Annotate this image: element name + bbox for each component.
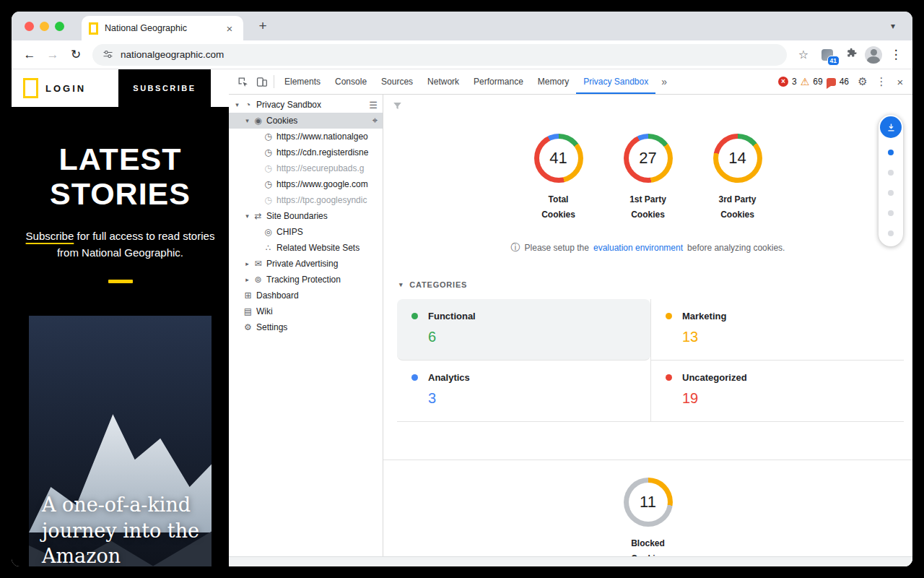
extensions-puzzle-icon[interactable] — [842, 46, 860, 64]
blocked-cookies-donut: 11 BlockedCookies — [624, 478, 673, 556]
devtools-tab-privacy-sandbox[interactable]: Privacy Sandbox — [576, 69, 655, 94]
nav-dot[interactable] — [888, 150, 894, 155]
tree-item-https-www-nationalgeo[interactable]: ◷https://www.nationalgeo — [229, 129, 383, 144]
chevron-right-icon[interactable]: ▸ — [243, 276, 252, 283]
category-item-uncategorized[interactable]: Uncategorized19 — [650, 361, 904, 422]
device-toolbar-icon[interactable] — [252, 72, 271, 91]
devtools-settings-icon[interactable]: ⚙ — [853, 72, 872, 91]
natgeo-logo[interactable] — [23, 78, 38, 98]
devtools-tab-network[interactable]: Network — [420, 69, 466, 94]
category-item-functional[interactable]: Functional6 — [397, 299, 650, 361]
chevron-down-icon[interactable]: ▾ — [243, 117, 252, 124]
more-tabs-icon[interactable]: » — [655, 76, 673, 87]
download-report-button[interactable] — [880, 116, 902, 138]
tree-item-wiki[interactable]: ▤Wiki — [229, 303, 383, 319]
tree-item-dashboard[interactable]: ⊞Dashboard — [229, 288, 383, 303]
devtools-tab-memory[interactable]: Memory — [531, 69, 576, 94]
info-icon: ⓘ — [511, 241, 520, 254]
back-button[interactable]: ← — [20, 46, 39, 64]
donut-ring: 14 — [713, 134, 762, 183]
error-icon[interactable]: × — [778, 77, 788, 87]
tree-item-label: Private Advertising — [266, 259, 380, 269]
note-prefix: Please setup the — [525, 243, 589, 253]
category-count: 6 — [428, 329, 636, 345]
nav-dot[interactable] — [888, 190, 894, 196]
menu-icon[interactable]: ☰ — [369, 100, 378, 111]
filter-icon[interactable] — [392, 100, 403, 114]
chevron-right-icon[interactable]: ▸ — [243, 260, 252, 267]
devtools-menu-icon[interactable]: ⋮ — [872, 72, 891, 91]
tree-item-related-website-sets[interactable]: ∴Related Website Sets — [229, 240, 383, 256]
browser-tab[interactable]: National Geographic × — [82, 16, 243, 40]
devtools-close-icon[interactable]: × — [891, 72, 910, 91]
subscribe-link[interactable]: Subscribe — [26, 230, 74, 242]
browser-window: National Geographic × + ▾ ← → ↻ national… — [12, 12, 912, 566]
category-label: Functional — [428, 311, 476, 322]
blocked-cookies-section: 11 BlockedCookies — [383, 478, 912, 556]
extension-button[interactable]: 41 — [817, 45, 837, 65]
tree-item-settings[interactable]: ⚙Settings — [229, 319, 383, 335]
categories-section-header[interactable]: ▾ CATEGORIES — [399, 280, 912, 289]
chevron-down-icon[interactable]: ▾ — [885, 18, 901, 34]
tree-item-site-boundaries[interactable]: ▾⇄Site Boundaries — [229, 208, 383, 224]
login-link[interactable]: LOGIN — [45, 83, 86, 94]
warning-icon[interactable]: ⚠ — [801, 77, 810, 87]
tree-item-https-www-google-com[interactable]: ◷https://www.google.com — [229, 176, 383, 192]
donut-value: 11 — [640, 493, 656, 512]
tree-item-label: https://www.google.com — [276, 179, 380, 189]
tree-item-chips[interactable]: ◎CHIPS — [229, 224, 383, 240]
tab-close-icon[interactable]: × — [223, 22, 236, 35]
page-navigator — [879, 115, 903, 246]
tree-item-tracking-protection[interactable]: ▸⊚Tracking Protection — [229, 272, 383, 288]
bookmark-star-icon[interactable]: ☆ — [794, 46, 813, 64]
error-count[interactable]: 3 — [792, 77, 797, 87]
category-count: 3 — [428, 390, 636, 407]
chips-icon: ◎ — [262, 227, 274, 237]
tree-item-private-advertising[interactable]: ▸✉Private Advertising — [229, 256, 383, 272]
profile-avatar[interactable] — [865, 46, 882, 64]
new-tab-button[interactable]: + — [253, 18, 272, 34]
devtools-tab-sources[interactable]: Sources — [374, 69, 420, 94]
tree-item-https-securepubads-g[interactable]: ◷https://securepubads.g — [229, 160, 383, 176]
nav-dots — [888, 144, 894, 236]
tree-item-https-cdn-registerdisne[interactable]: ◷https://cdn.registerdisne — [229, 144, 383, 160]
minimize-window-button[interactable] — [40, 22, 49, 31]
address-bar[interactable]: nationalgeographic.com — [92, 44, 787, 66]
site-boundaries-icon: ⇄ — [252, 211, 264, 221]
nav-dot[interactable] — [888, 210, 894, 216]
warning-count[interactable]: 69 — [813, 77, 822, 87]
site-info-icon[interactable] — [103, 49, 113, 60]
issue-count[interactable]: 46 — [840, 77, 849, 87]
chevron-down-icon[interactable]: ▾ — [232, 101, 242, 108]
url-text[interactable]: nationalgeographic.com — [121, 49, 224, 60]
devtools-tab-performance[interactable]: Performance — [466, 69, 531, 94]
subscribe-button[interactable]: SUBSCRIBE — [118, 69, 211, 107]
tree-item-privacy-sandbox[interactable]: ▾◔Privacy Sandbox☰ — [229, 97, 383, 113]
privacy-sandbox-icon: ◔ — [242, 100, 254, 110]
inspect-icon[interactable]: ⌖ — [372, 115, 378, 126]
category-item-marketing[interactable]: Marketing13 — [650, 299, 904, 361]
inspect-element-icon[interactable] — [233, 72, 252, 91]
extension-badge: 41 — [827, 56, 840, 66]
devtools-tab-elements[interactable]: Elements — [277, 69, 328, 94]
donut-label: TotalCookies — [541, 192, 575, 223]
forward-button[interactable]: → — [43, 46, 62, 64]
nav-dot[interactable] — [888, 230, 894, 236]
evaluation-environment-link[interactable]: evaluation environment — [593, 243, 683, 253]
horizontal-scrollbar[interactable] — [229, 556, 912, 566]
close-window-button[interactable] — [25, 22, 34, 31]
devtools-tab-console[interactable]: Console — [328, 69, 374, 94]
toolbar-divider — [274, 75, 274, 88]
category-item-analytics[interactable]: Analytics3 — [397, 361, 650, 422]
reload-button[interactable]: ↻ — [66, 46, 85, 64]
browser-menu-icon[interactable]: ⋮ — [886, 46, 905, 64]
site-header: LOGIN SUBSCRIBE — [12, 69, 229, 107]
tree-item-https-tpc-googlesyndic[interactable]: ◷https://tpc.googlesyndic — [229, 192, 383, 208]
maximize-window-button[interactable] — [55, 22, 64, 31]
nav-dot[interactable] — [888, 170, 894, 176]
chevron-down-icon[interactable]: ▾ — [243, 212, 252, 220]
issues-icon[interactable] — [827, 78, 836, 86]
tree-item-cookies[interactable]: ▾◉Cookies⌖ — [229, 113, 383, 129]
donut-label: 3rd PartyCookies — [718, 192, 756, 223]
category-dot-icon — [666, 313, 672, 319]
